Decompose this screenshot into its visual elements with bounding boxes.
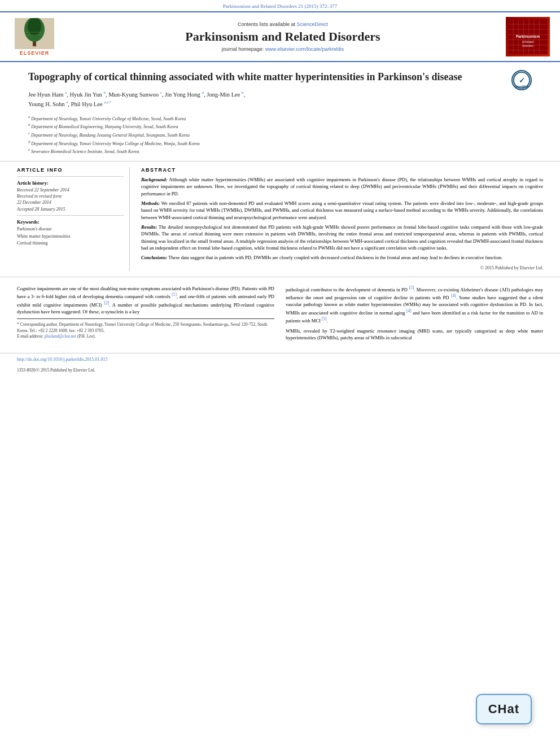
abstract-title: ABSTRACT [141, 167, 543, 173]
divider2 [17, 215, 124, 216]
top-journal-line: Parkinsonism and Related Disorders 21 (2… [0, 0, 560, 11]
doi-link[interactable]: http://dx.doi.org/10.1016/j.parkreldis.2… [17, 357, 108, 362]
ref-1: [1] [172, 292, 177, 297]
page-footer-bottom: 1353-8020/© 2015 Published by Elsevier L… [0, 365, 560, 377]
journal-title: Parkinsonism and Related Disorders [65, 29, 500, 44]
two-col-section: ARTICLE INFO Article history: Received 2… [0, 161, 560, 277]
svg-text:Parkinsonism: Parkinsonism [516, 34, 540, 38]
abstract-methods: Methods: We enrolled 87 patients with no… [141, 200, 543, 221]
contents-line: Contents lists available at ScienceDirec… [65, 21, 500, 27]
svg-text:CrossMark: CrossMark [515, 85, 529, 88]
header-center: Contents lists available at ScienceDirec… [65, 21, 500, 52]
background-label: Background: [141, 177, 167, 182]
article-history-label: Article history: [17, 180, 124, 186]
abstract-conclusions: Conclusions: These data suggest that in … [141, 254, 543, 261]
body-right: pathological contributor to the developm… [286, 285, 543, 345]
body-right-text: pathological contributor to the developm… [286, 285, 543, 342]
received-revised-label: Received in revised form [17, 193, 124, 199]
journal-citation: Parkinsonism and Related Disorders 21 (2… [223, 3, 337, 9]
body-left: Cognitive impairments are one of the mos… [17, 285, 274, 345]
body-para-3: WMHs, revealed by T2-weighted magnetic r… [286, 327, 543, 342]
keyword-1: Parkinson's disease [17, 226, 124, 233]
journal-logo-box: Parkinsonism & Related Disorders [506, 17, 550, 56]
page-container: Parkinsonism and Related Disorders 21 (2… [0, 0, 560, 377]
abstract-col: ABSTRACT Background: Background: Althoug… [141, 167, 543, 271]
affiliation-e: e Severance Biomedical Science Institute… [28, 147, 532, 155]
copyright-line: © 2015 Published by Elsevier Ltd. [141, 265, 543, 272]
elsevier-logo: ELSEVIER [9, 18, 60, 56]
chat-label: CHat [488, 702, 519, 716]
affiliation-d: d Department of Neurology, Yonsei Univer… [28, 139, 532, 147]
keywords-list: Parkinson's disease White matter hyperin… [17, 226, 124, 247]
elsevier-brand-text: ELSEVIER [20, 50, 50, 56]
keyword-3: Cortical thinning [17, 240, 124, 247]
page-footer: http://dx.doi.org/10.1016/j.parkreldis.2… [0, 353, 560, 365]
affiliation-b: b Department of Biomedical Engineering, … [28, 122, 532, 130]
abstract-background: Background: Background: Although white m… [141, 176, 543, 197]
abstract-text: Background: Background: Although white m… [141, 176, 543, 271]
affiliation-c: c Department of Neurology, Bundang Jesae… [28, 130, 532, 139]
footnote-corresponding: * Corresponding author. Department of Ne… [17, 322, 274, 334]
ref-4: [4] [451, 293, 456, 298]
affiliations: a Department of Neurology, Yonsei Univer… [28, 114, 532, 155]
article-title-section: ✓ CrossMark Topography of cortical thinn… [0, 62, 560, 161]
body-para-1: Cognitive impairments are one of the mos… [17, 285, 274, 315]
homepage-link[interactable]: www.elsevier.com/locate/parkreldis [265, 46, 344, 52]
ref-4b: [4] [406, 308, 412, 313]
elsevier-tree-icon [15, 18, 54, 49]
accepted-label: Accepted 28 January 2015 [17, 206, 124, 212]
svg-text:& Related: & Related [522, 41, 534, 43]
abstract-results: Results: The detailed neuropsychological… [141, 224, 543, 251]
authors-line: Jee Hyun Ham a, Hyuk Jin Yun b, Mun-Kyun… [28, 90, 532, 110]
affiliation-a: a Department of Neurology, Yonsei Univer… [28, 114, 532, 123]
crossmark[interactable]: ✓ CrossMark [511, 70, 532, 90]
svg-point-3 [28, 18, 41, 36]
chat-overlay[interactable]: CHat [476, 694, 532, 724]
svg-text:Disorders: Disorders [522, 45, 533, 47]
footnote-section: * Corresponding author. Department of Ne… [17, 318, 274, 340]
email-link[interactable]: phisland@chol.net [45, 334, 76, 339]
body-para-2: pathological contributor to the developm… [286, 285, 543, 324]
footnote-email: E-mail address: phisland@chol.net (P.H. … [17, 334, 274, 340]
article-main-title: Topography of cortical thinning associat… [28, 70, 532, 84]
body-left-text: Cognitive impairments are one of the mos… [17, 285, 274, 315]
conclusions-label: Conclusions: [141, 255, 167, 260]
sciencedirect-link[interactable]: ScienceDirect [297, 21, 329, 27]
journal-header: ELSEVIER Contents lists available at Sci… [0, 11, 560, 62]
ref-5: [5] [322, 316, 327, 321]
article-info-title: ARTICLE INFO [17, 167, 124, 173]
divider [17, 176, 124, 177]
journal-logo: Parkinsonism & Related Disorders [506, 17, 551, 56]
revised-date: 22 December 2014 [17, 199, 124, 206]
received-date: Received 22 September 2014 [17, 187, 124, 193]
methods-label: Methods: [141, 200, 160, 206]
results-label: Results: [141, 224, 157, 230]
crossmark-icon[interactable]: ✓ CrossMark [511, 70, 532, 90]
keywords-label: Keywords: [17, 219, 124, 225]
keyword-2: White matter hyperintensities [17, 233, 124, 241]
body-section: Cognitive impairments are one of the mos… [0, 277, 560, 353]
article-info-col: ARTICLE INFO Article history: Received 2… [17, 167, 130, 271]
ref-3: [3] [409, 285, 414, 290]
svg-text:✓: ✓ [519, 76, 525, 85]
ref-2: [2] [104, 300, 110, 305]
journal-homepage: journal homepage: www.elsevier.com/locat… [65, 46, 500, 52]
